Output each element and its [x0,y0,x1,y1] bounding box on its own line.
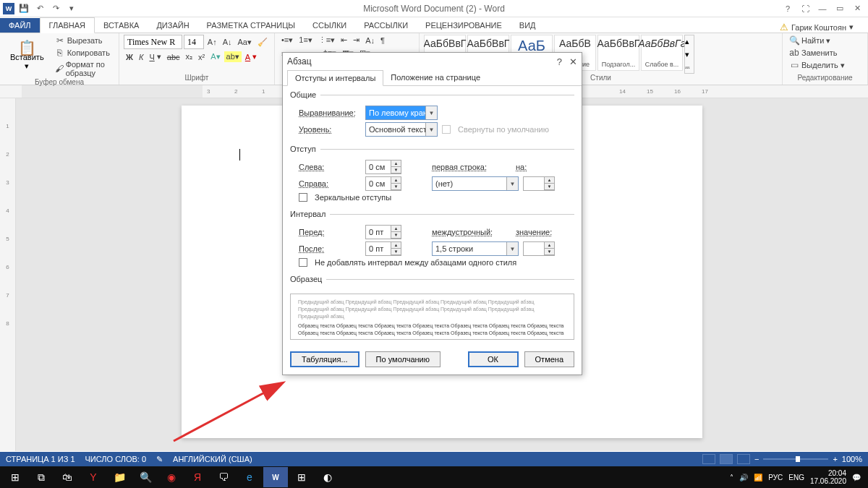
strike-button[interactable]: abc [165,52,182,62]
font-size-combo[interactable]: 14 [184,35,204,49]
cancel-button[interactable]: Отмена [524,351,574,367]
nospace-checkbox[interactable] [299,258,307,267]
app-icon[interactable]: ◐ [315,467,340,487]
status-language[interactable]: АНГЛИЙСКИЙ (США) [173,455,252,463]
mirror-checkbox[interactable] [299,193,307,202]
tab-view[interactable]: ВИД [511,18,545,33]
italic-button[interactable]: К [137,52,145,62]
text-effects-icon[interactable]: A▾ [208,51,222,62]
bold-button[interactable]: Ж [124,52,135,62]
clear-format-icon[interactable]: 🧹 [255,37,270,48]
account-user[interactable]: ⚠ Гарик Коштоян ▾ [780,22,868,33]
dialog-tab-position[interactable]: Положение на странице [383,70,488,85]
zoom-in-icon[interactable]: + [833,455,837,463]
level-select[interactable]: Основной текст▼ [365,122,438,137]
tray-lang1[interactable]: РУС [768,474,783,481]
superscript-button[interactable]: x² [196,52,207,62]
zoom-level[interactable]: 100% [842,455,862,463]
paste-button[interactable]: 📋 Вставить▾ [4,35,50,78]
default-button[interactable]: По умолчанию [365,351,441,367]
sort-icon[interactable]: A↓ [363,35,377,46]
highlight-icon[interactable]: ab▾ [224,51,242,62]
save-icon[interactable]: 💾 [17,2,30,15]
view-print-icon[interactable] [720,454,733,464]
numbering-icon[interactable]: 1≡▾ [297,35,315,46]
tab-insert[interactable]: ВСТАВКА [95,18,148,33]
ribbon-options-icon[interactable]: ⛶ [797,2,813,15]
style-item[interactable]: АаБбВвГПодзагол... [597,35,639,71]
bullets-icon[interactable]: •≡▾ [279,35,295,46]
maximize-icon[interactable]: ▭ [832,2,848,15]
status-page[interactable]: СТРАНИЦА 1 ИЗ 1 [6,455,75,463]
format-painter-button[interactable]: 🖌Формат по образцу [53,59,114,78]
dialog-tab-indents[interactable]: Отступы и интервалы [287,70,383,86]
close-icon[interactable]: ✕ [849,2,865,15]
subscript-button[interactable]: x₂ [184,51,195,62]
tray-wifi-icon[interactable]: 📶 [754,474,762,481]
shrink-font-icon[interactable]: A↓ [221,37,234,47]
qat-customize-icon[interactable]: ▾ [65,2,78,15]
tray-clock[interactable]: 20:04 17.06.2020 [810,469,846,485]
font-color-icon[interactable]: A▾ [243,51,259,62]
tab-design[interactable]: ДИЗАЙН [148,18,197,33]
taskview-icon[interactable]: ⧉ [29,467,54,487]
show-marks-icon[interactable]: ¶ [378,35,387,46]
store-icon[interactable]: 🛍 [55,467,80,487]
tray-keyboard[interactable]: ENG [788,474,804,481]
tab-layout[interactable]: РАЗМЕТКА СТРАНИЦЫ [198,18,304,33]
indent-left-spinner[interactable]: 0 см▲▼ [365,160,401,174]
dialog-close-icon[interactable]: ✕ [569,56,577,67]
start-icon[interactable]: ⊞ [3,467,27,487]
inc-indent-icon[interactable]: ⇥ [351,35,362,46]
tab-mailings[interactable]: РАССЫЛКИ [355,18,417,33]
ie-icon[interactable]: e [237,467,262,487]
ok-button[interactable]: ОК [468,351,519,367]
tray-chevron-icon[interactable]: ˄ [730,474,733,481]
cut-button[interactable]: ✂Вырезать [53,35,114,46]
proofing-icon[interactable]: ✎ [156,455,163,464]
tray-volume-icon[interactable]: 🔊 [739,474,748,481]
before-spinner[interactable]: 0 пт▲▼ [365,225,401,239]
firstline-value-spinner[interactable]: ▲▼ [523,176,555,191]
style-item[interactable]: АаБбВвГгСлабое в... [641,35,683,71]
font-name-combo[interactable]: Times New R [124,35,182,49]
grow-font-icon[interactable]: A↑ [205,37,219,47]
replace-button[interactable]: abЗаменить [787,47,863,59]
help-icon[interactable]: ? [780,2,796,15]
minimize-icon[interactable]: — [814,2,830,15]
yandex-icon[interactable]: Я [185,467,210,487]
explorer-icon[interactable]: 📁 [107,467,132,487]
ruler-vertical[interactable]: 12345678 [0,98,16,451]
align-select[interactable]: По левому краю▼ [365,106,438,120]
tabs-button[interactable]: Табуляция... [290,351,359,367]
dialog-help-icon[interactable]: ? [557,56,562,67]
redo-icon[interactable]: ↷ [49,2,62,15]
browser-icon[interactable]: Y [81,467,106,487]
after-spinner[interactable]: 0 пт▲▼ [365,241,401,256]
styles-more-icon[interactable]: ▴▾⎓ [684,35,694,74]
view-web-icon[interactable] [737,454,750,464]
zoom-out-icon[interactable]: − [754,455,759,463]
tab-references[interactable]: ССЫЛКИ [304,18,355,33]
line-value-spinner[interactable]: ▲▼ [523,241,555,256]
zoom-slider[interactable] [763,458,828,460]
find-button[interactable]: 🔍Найти▾ [787,35,863,46]
undo-icon[interactable]: ↶ [33,2,46,15]
change-case-icon[interactable]: Aa▾ [236,37,254,48]
discord-icon[interactable]: 🗨 [211,467,236,487]
tray-notifications-icon[interactable]: 💬 [852,474,861,481]
copy-button[interactable]: ⎘Копировать [53,47,114,59]
select-button[interactable]: ▭Выделить▾ [787,59,863,71]
tab-home[interactable]: ГЛАВНАЯ [40,17,95,33]
game-icon[interactable]: ◉ [159,467,184,487]
line-spacing-select[interactable]: 1,5 строки▼ [432,241,519,256]
word-taskbar-icon[interactable]: W [263,467,288,487]
tab-file[interactable]: ФАЙЛ [0,18,40,33]
view-read-icon[interactable] [702,454,715,464]
status-words[interactable]: ЧИСЛО СЛОВ: 0 [85,455,147,463]
indent-right-spinner[interactable]: 0 см▲▼ [365,176,401,191]
underline-button[interactable]: Ч▾ [147,51,163,62]
multilevel-icon[interactable]: ⋮≡▾ [316,35,337,46]
tab-review[interactable]: РЕЦЕНЗИРОВАНИЕ [417,18,511,33]
dec-indent-icon[interactable]: ⇤ [339,35,349,46]
